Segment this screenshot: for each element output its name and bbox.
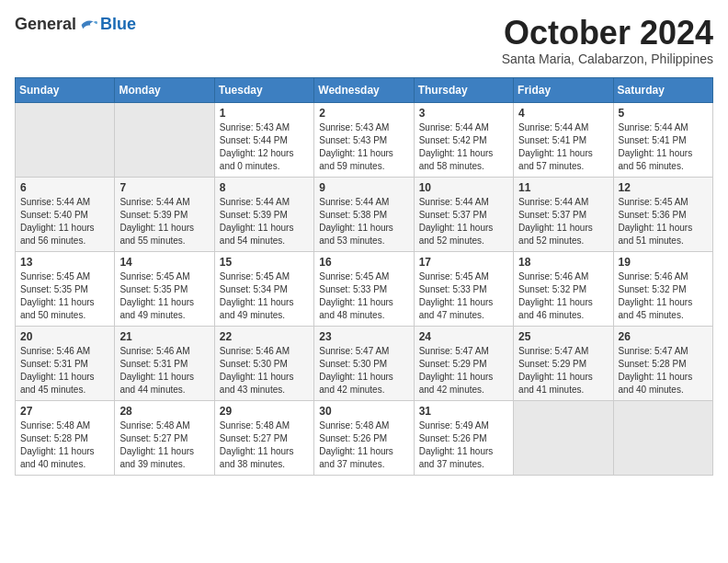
sunset-text: Sunset: 5:39 PM [119,209,209,222]
day-number: 11 [518,181,608,194]
sunset-text: Sunset: 5:38 PM [319,209,408,222]
calendar-cell: 16Sunrise: 5:45 AMSunset: 5:33 PMDayligh… [314,251,414,326]
daylight-line2: and 49 minutes. [220,309,309,322]
daylight-line2: and 57 minutes. [518,160,608,173]
sunset-text: Sunset: 5:30 PM [220,358,309,371]
sunset-text: Sunset: 5:42 PM [419,134,508,147]
day-number: 16 [319,256,408,269]
calendar-cell: 9Sunrise: 5:44 AMSunset: 5:38 PMDaylight… [314,177,414,251]
sunset-text: Sunset: 5:34 PM [220,283,309,296]
sunset-text: Sunset: 5:43 PM [319,134,408,147]
sunrise-text: Sunrise: 5:44 AM [419,121,508,134]
day-info: Sunrise: 5:45 AMSunset: 5:36 PMDaylight:… [619,196,708,247]
sunset-text: Sunset: 5:35 PM [20,283,109,296]
daylight-line2: and 46 minutes. [518,309,608,322]
daylight-line2: and 51 minutes. [619,235,708,247]
sunset-text: Sunset: 5:26 PM [419,432,508,445]
day-info: Sunrise: 5:47 AMSunset: 5:28 PMDaylight:… [619,345,708,396]
daylight-line2: and 56 minutes. [20,235,109,247]
calendar-cell: 28Sunrise: 5:48 AMSunset: 5:27 PMDayligh… [115,400,214,475]
sunset-text: Sunset: 5:29 PM [518,358,608,371]
day-number: 20 [20,330,109,343]
day-info: Sunrise: 5:44 AMSunset: 5:40 PMDaylight:… [20,196,109,247]
daylight-line2: and 48 minutes. [319,309,408,322]
daylight-line2: and 40 minutes. [20,458,109,471]
calendar-cell [613,400,712,475]
day-info: Sunrise: 5:46 AMSunset: 5:31 PMDaylight:… [20,345,109,396]
sunrise-text: Sunrise: 5:47 AM [319,345,408,358]
day-info: Sunrise: 5:45 AMSunset: 5:35 PMDaylight:… [20,270,109,322]
day-number: 2 [319,107,408,120]
day-info: Sunrise: 5:48 AMSunset: 5:26 PMDaylight:… [319,419,408,471]
calendar-cell: 14Sunrise: 5:45 AMSunset: 5:35 PMDayligh… [115,251,214,326]
calendar-cell: 21Sunrise: 5:46 AMSunset: 5:31 PMDayligh… [115,326,214,400]
daylight-line1: Daylight: 11 hours [419,147,508,160]
sunset-text: Sunset: 5:36 PM [619,209,708,222]
daylight-line1: Daylight: 11 hours [20,296,109,309]
calendar-cell: 25Sunrise: 5:47 AMSunset: 5:29 PMDayligh… [514,326,613,400]
sunrise-text: Sunrise: 5:44 AM [20,196,109,209]
day-number: 18 [518,256,608,269]
weekday-header-tuesday: Tuesday [214,77,313,102]
sunrise-text: Sunrise: 5:45 AM [20,270,109,283]
sunset-text: Sunset: 5:32 PM [518,283,608,296]
day-number: 13 [20,256,109,269]
day-number: 15 [220,256,309,269]
day-number: 10 [419,181,508,194]
daylight-line2: and 41 minutes. [518,384,608,396]
sunrise-text: Sunrise: 5:46 AM [20,345,109,358]
calendar-cell: 8Sunrise: 5:44 AMSunset: 5:39 PMDaylight… [214,177,313,251]
sunset-text: Sunset: 5:31 PM [20,358,109,371]
day-number: 22 [220,330,309,343]
sunrise-text: Sunrise: 5:45 AM [619,196,708,209]
sunset-text: Sunset: 5:41 PM [518,134,608,147]
logo-bird-icon [80,17,98,32]
day-number: 1 [220,107,309,120]
daylight-line1: Daylight: 11 hours [419,445,508,458]
sunset-text: Sunset: 5:40 PM [20,209,109,222]
day-number: 28 [119,405,209,418]
daylight-line2: and 0 minutes. [220,160,309,173]
day-number: 27 [20,405,109,418]
calendar-cell: 30Sunrise: 5:48 AMSunset: 5:26 PMDayligh… [314,400,414,475]
sunrise-text: Sunrise: 5:46 AM [619,270,708,283]
logo-general-text: General [15,15,76,34]
calendar-cell: 24Sunrise: 5:47 AMSunset: 5:29 PMDayligh… [414,326,513,400]
daylight-line2: and 37 minutes. [319,458,408,471]
day-info: Sunrise: 5:44 AMSunset: 5:37 PMDaylight:… [518,196,608,247]
daylight-line1: Daylight: 11 hours [119,296,209,309]
day-number: 25 [518,330,608,343]
calendar-week-2: 6Sunrise: 5:44 AMSunset: 5:40 PMDaylight… [16,177,713,251]
daylight-line1: Daylight: 12 hours [220,147,309,160]
sunrise-text: Sunrise: 5:49 AM [419,419,508,432]
day-number: 24 [419,330,508,343]
day-info: Sunrise: 5:45 AMSunset: 5:34 PMDaylight:… [220,270,309,322]
daylight-line1: Daylight: 11 hours [518,371,608,384]
day-number: 19 [619,256,708,269]
daylight-line1: Daylight: 11 hours [220,296,309,309]
day-number: 3 [419,107,508,120]
day-number: 23 [319,330,408,343]
daylight-line1: Daylight: 11 hours [220,222,309,235]
calendar-cell: 19Sunrise: 5:46 AMSunset: 5:32 PMDayligh… [613,251,712,326]
day-info: Sunrise: 5:44 AMSunset: 5:42 PMDaylight:… [419,121,508,173]
sunset-text: Sunset: 5:28 PM [20,432,109,445]
daylight-line1: Daylight: 11 hours [419,222,508,235]
sunset-text: Sunset: 5:31 PM [119,358,209,371]
calendar-cell: 13Sunrise: 5:45 AMSunset: 5:35 PMDayligh… [16,251,115,326]
day-info: Sunrise: 5:43 AMSunset: 5:43 PMDaylight:… [319,121,408,173]
day-number: 14 [119,256,209,269]
day-info: Sunrise: 5:44 AMSunset: 5:37 PMDaylight:… [419,196,508,247]
sunrise-text: Sunrise: 5:48 AM [319,419,408,432]
calendar-cell: 27Sunrise: 5:48 AMSunset: 5:28 PMDayligh… [16,400,115,475]
day-number: 4 [518,107,608,120]
sunrise-text: Sunrise: 5:48 AM [119,419,209,432]
day-info: Sunrise: 5:47 AMSunset: 5:29 PMDaylight:… [419,345,508,396]
daylight-line1: Daylight: 11 hours [119,445,209,458]
daylight-line2: and 39 minutes. [119,458,209,471]
sunrise-text: Sunrise: 5:44 AM [119,196,209,209]
day-info: Sunrise: 5:44 AMSunset: 5:39 PMDaylight:… [119,196,209,247]
day-info: Sunrise: 5:46 AMSunset: 5:32 PMDaylight:… [619,270,708,322]
sunrise-text: Sunrise: 5:47 AM [619,345,708,358]
sunrise-text: Sunrise: 5:46 AM [518,270,608,283]
